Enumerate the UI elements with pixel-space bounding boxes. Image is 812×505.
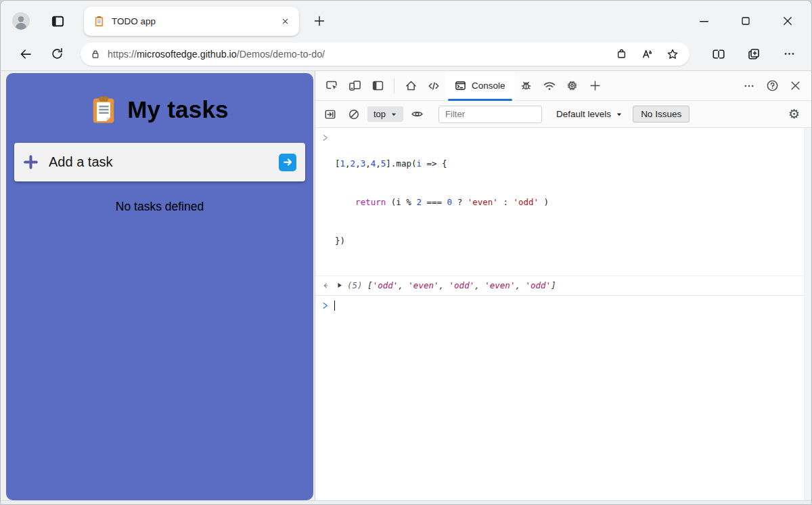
levels-dropdown[interactable]: Default levels — [554, 106, 625, 122]
browser-actions — [696, 43, 802, 65]
device-emulation-icon[interactable] — [343, 74, 366, 97]
inspect-element-icon[interactable] — [320, 74, 343, 97]
context-selector[interactable]: top — [367, 106, 403, 122]
tab-title: TODO app — [112, 16, 156, 26]
url-path: /Demos/demo-to-do/ — [237, 49, 325, 60]
console-result-entry: (5) ['odd', 'even', 'odd', 'even', 'odd'… — [315, 276, 811, 296]
browser-tab[interactable]: TODO app — [84, 7, 299, 36]
activity-bar-layout-icon[interactable] — [366, 74, 389, 97]
prompt-chevron-icon — [321, 301, 330, 310]
expand-triangle-icon[interactable] — [336, 282, 343, 289]
tab-debugger-bug-icon[interactable] — [515, 74, 538, 97]
devtools-window-actions — [738, 74, 807, 97]
window-bottom-frame — [1, 500, 811, 504]
lock-icon — [90, 49, 101, 60]
add-task-submit-button[interactable] — [279, 154, 296, 171]
page-title: My tasks — [127, 96, 228, 123]
console-log[interactable]: [1,2,3,4,5].map(i => { return (i % 2 ===… — [315, 128, 811, 500]
console-command-entry: [1,2,3,4,5].map(i => { return (i % 2 ===… — [315, 128, 811, 276]
issues-counter[interactable]: No Issues — [633, 106, 690, 123]
tab-welcome-home-icon[interactable] — [399, 74, 422, 97]
empty-tasks-message: No tasks defined — [6, 200, 313, 214]
text-cursor — [334, 301, 335, 311]
console-scrollbar[interactable] — [804, 128, 811, 500]
result-return-arrow-icon — [321, 282, 330, 290]
address-bar[interactable]: https://microsoftedge.github.io/Demos/de… — [81, 43, 690, 66]
url-host: microsoftedge.github.io — [137, 49, 237, 60]
devtools-panel: Console — [315, 71, 811, 500]
new-tab-button[interactable] — [309, 10, 330, 32]
minimize-button[interactable] — [694, 11, 714, 31]
window-content: My tasks Add a task No task — [1, 71, 811, 500]
console-icon — [455, 80, 466, 91]
console-toolbar: top Default levels — [315, 101, 811, 128]
tab-strip: TODO app — [1, 1, 811, 41]
browser-window: TODO app — [0, 0, 812, 505]
tab-close-icon[interactable] — [277, 14, 292, 28]
clear-console-icon[interactable] — [344, 104, 364, 125]
devtools-tabbar: Console — [315, 71, 811, 101]
levels-label: Default levels — [556, 109, 611, 119]
tab-console[interactable]: Console — [445, 71, 515, 101]
tab-network-wifi-icon[interactable] — [538, 74, 561, 97]
more-tabs-plus-icon[interactable] — [584, 74, 607, 97]
refresh-icon[interactable] — [47, 44, 67, 64]
app-available-icon[interactable] — [608, 44, 634, 64]
split-screen-icon[interactable] — [706, 43, 731, 65]
tab-performance-chip-icon[interactable] — [561, 74, 584, 97]
live-expression-eye-icon[interactable] — [407, 104, 427, 125]
close-window-button[interactable] — [777, 11, 798, 31]
result-value: (5) ['odd', 'even', 'odd', 'even', 'odd'… — [347, 279, 556, 292]
chevron-down-icon — [616, 111, 623, 118]
profile-avatar[interactable] — [12, 12, 30, 30]
command-chevron-icon — [321, 133, 330, 142]
toolbar-separator — [394, 79, 394, 93]
plus-icon — [23, 154, 39, 170]
console-sidebar-icon[interactable] — [320, 104, 340, 125]
read-aloud-icon[interactable] — [634, 44, 660, 64]
devtools-more-menu-icon[interactable] — [738, 74, 761, 97]
console-settings-gear-icon[interactable]: ⚙ — [782, 105, 807, 123]
settings-more-icon[interactable] — [776, 43, 802, 65]
tab-favicon-clipboard-icon — [93, 16, 105, 27]
command-code: [1,2,3,4,5].map(i => { return (i % 2 ===… — [335, 131, 549, 273]
add-task-bar[interactable]: Add a task — [14, 143, 305, 181]
chevron-down-icon — [390, 111, 397, 118]
todo-app-card: My tasks Add a task No task — [6, 73, 313, 500]
url-scheme: https:// — [108, 49, 137, 60]
collections-icon[interactable] — [741, 43, 767, 65]
console-prompt[interactable] — [315, 296, 811, 313]
app-header: My tasks — [6, 95, 313, 125]
console-tab-label: Console — [472, 81, 505, 91]
todo-app-page: My tasks Add a task No task — [1, 71, 315, 500]
tab-actions-menu-icon[interactable] — [47, 11, 68, 31]
issues-label: No Issues — [641, 109, 681, 119]
add-task-label: Add a task — [49, 154, 113, 170]
tab-elements-code-icon[interactable] — [422, 74, 445, 97]
filter-input[interactable] — [438, 106, 542, 123]
back-icon[interactable] — [16, 44, 36, 64]
navigation-bar: https://microsoftedge.github.io/Demos/de… — [1, 41, 811, 71]
devtools-close-icon[interactable] — [784, 74, 807, 97]
window-controls — [672, 11, 811, 31]
favorites-star-icon[interactable] — [660, 44, 685, 64]
url-text: https://microsoftedge.github.io/Demos/de… — [108, 49, 325, 60]
maximize-button[interactable] — [736, 11, 756, 31]
clipboard-icon — [91, 95, 116, 125]
context-label: top — [374, 109, 386, 119]
devtools-help-icon[interactable] — [761, 74, 784, 97]
person-icon — [12, 12, 30, 30]
